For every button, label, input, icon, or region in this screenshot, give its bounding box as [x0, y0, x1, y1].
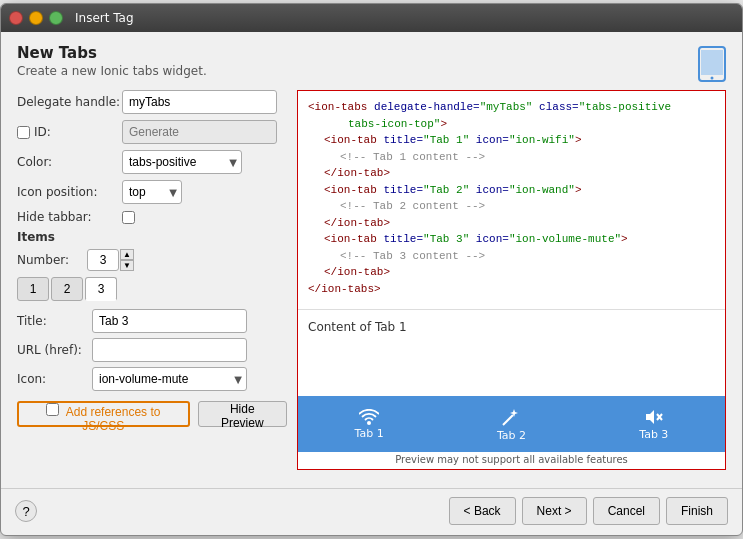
svg-point-2: [711, 77, 714, 80]
title-input[interactable]: [92, 309, 247, 333]
items-section-title: Items: [17, 230, 287, 244]
main-area: Delegate handle: ID: Color: t: [17, 90, 726, 470]
insert-tag-window: Insert Tag New Tabs Create a new Ionic t…: [0, 3, 743, 536]
id-checkbox[interactable]: [17, 126, 30, 139]
hide-tabbar-checkbox[interactable]: [122, 211, 135, 224]
icon-pos-select-wrap: top bottom left right ▼: [122, 180, 182, 204]
icon-select-wrap: ion-volume-mute ion-wifi ion-wand ▼: [92, 367, 247, 391]
code-line-2: tabs-icon-top">: [308, 116, 715, 133]
url-input[interactable]: [92, 338, 247, 362]
tab-buttons: 1 2 3: [17, 277, 287, 301]
page-subtitle: Create a new Ionic tabs widget.: [17, 64, 207, 78]
code-divider: [298, 309, 725, 310]
finish-button[interactable]: Finish: [666, 497, 728, 525]
code-line-3: <ion-tab title="Tab 1" icon="ion-wifi">: [308, 132, 715, 149]
left-panel: Delegate handle: ID: Color: t: [17, 90, 287, 470]
url-label: URL (href):: [17, 343, 92, 357]
wifi-icon: [359, 409, 379, 425]
code-area: <ion-tabs delegate-handle="myTabs" class…: [298, 91, 725, 305]
hide-tabbar-row: Hide tabbar:: [17, 210, 287, 224]
preview-content-label: Content of Tab 1: [298, 314, 725, 336]
number-row: Number: ▲ ▼: [17, 249, 287, 271]
close-button[interactable]: [9, 11, 23, 25]
hide-tabbar-label: Hide tabbar:: [17, 210, 122, 224]
title-label: Title:: [17, 314, 92, 328]
titlebar: Insert Tag: [1, 4, 742, 32]
preview-tabs-bar: Tab 1 Tab 2: [298, 396, 725, 452]
back-button[interactable]: < Back: [449, 497, 516, 525]
code-line-7: <!-- Tab 2 content -->: [308, 198, 715, 215]
cancel-button[interactable]: Cancel: [593, 497, 660, 525]
preview-area: [298, 336, 725, 396]
icon-label: Icon:: [17, 372, 92, 386]
hide-preview-button[interactable]: Hide Preview: [198, 401, 288, 427]
icon-position-label: Icon position:: [17, 185, 122, 199]
color-select[interactable]: tabs-positive tabs-stable tabs-assertive: [122, 150, 242, 174]
main-content: New Tabs Create a new Ionic tabs widget.…: [1, 32, 742, 480]
icon-select[interactable]: ion-volume-mute ion-wifi ion-wand: [92, 367, 247, 391]
maximize-button[interactable]: [49, 11, 63, 25]
id-label: ID:: [17, 125, 122, 139]
color-select-wrap: tabs-positive tabs-stable tabs-assertive…: [122, 150, 242, 174]
help-button[interactable]: ?: [15, 500, 37, 522]
add-ref-checkbox[interactable]: [46, 403, 59, 416]
number-label: Number:: [17, 253, 87, 267]
delegate-row: Delegate handle:: [17, 90, 287, 114]
color-row: Color: tabs-positive tabs-stable tabs-as…: [17, 150, 287, 174]
spinner-down[interactable]: ▼: [120, 260, 134, 271]
icon-position-select[interactable]: top bottom left right: [122, 180, 182, 204]
code-line-5: </ion-tab>: [308, 165, 715, 182]
id-input[interactable]: [122, 120, 277, 144]
delegate-label: Delegate handle:: [17, 95, 122, 109]
spinner-up[interactable]: ▲: [120, 249, 134, 260]
id-row: ID:: [17, 120, 287, 144]
preview-tab-2-label: Tab 2: [497, 429, 526, 442]
next-button[interactable]: Next >: [522, 497, 587, 525]
icon-row: Icon: ion-volume-mute ion-wifi ion-wand …: [17, 367, 287, 391]
preview-tab-2: Tab 2: [440, 403, 582, 446]
code-line-1: <ion-tabs delegate-handle="myTabs" class…: [308, 99, 715, 116]
title-row: Title:: [17, 309, 287, 333]
right-panel: <ion-tabs delegate-handle="myTabs" class…: [297, 90, 726, 470]
page-title: New Tabs: [17, 44, 207, 62]
tab-btn-2[interactable]: 2: [51, 277, 83, 301]
wand-icon: [501, 407, 521, 427]
add-ref-button[interactable]: Add references to JS/CSS: [17, 401, 190, 427]
code-line-6: <ion-tab title="Tab 2" icon="ion-wand">: [308, 182, 715, 199]
color-label: Color:: [17, 155, 122, 169]
minimize-button[interactable]: [29, 11, 43, 25]
code-line-4: <!-- Tab 1 content -->: [308, 149, 715, 166]
preview-tab-3: Tab 3: [583, 404, 725, 445]
code-line-10: <!-- Tab 3 content -->: [308, 248, 715, 265]
preview-tab-1-label: Tab 1: [355, 427, 384, 440]
code-line-9: <ion-tab title="Tab 3" icon="ion-volume-…: [308, 231, 715, 248]
bottom-row: Add references to JS/CSS Hide Preview: [17, 401, 287, 427]
tab-fields: Title: URL (href): Icon: ion-volume-mute…: [17, 309, 287, 391]
number-spinner: ▲ ▼: [87, 249, 134, 271]
footer: ? < Back Next > Cancel Finish: [1, 488, 742, 535]
tab-btn-1[interactable]: 1: [17, 277, 49, 301]
svg-rect-1: [701, 50, 723, 75]
code-line-12: </ion-tabs>: [308, 281, 715, 298]
preview-tab-3-label: Tab 3: [639, 428, 668, 441]
code-line-11: </ion-tab>: [308, 264, 715, 281]
window-title: Insert Tag: [75, 11, 134, 25]
code-line-8: </ion-tab>: [308, 215, 715, 232]
preview-notice: Preview may not support all available fe…: [298, 452, 725, 469]
number-input[interactable]: [87, 249, 119, 271]
volume-mute-icon: [644, 408, 664, 426]
tab-btn-3[interactable]: 3: [85, 277, 117, 301]
svg-line-3: [503, 415, 513, 425]
preview-tab-1: Tab 1: [298, 405, 440, 444]
tablet-icon: [698, 46, 726, 85]
delegate-input[interactable]: [122, 90, 277, 114]
svg-marker-4: [646, 410, 654, 424]
icon-position-row: Icon position: top bottom left right ▼: [17, 180, 287, 204]
spinner-buttons: ▲ ▼: [120, 249, 134, 271]
url-row: URL (href):: [17, 338, 287, 362]
